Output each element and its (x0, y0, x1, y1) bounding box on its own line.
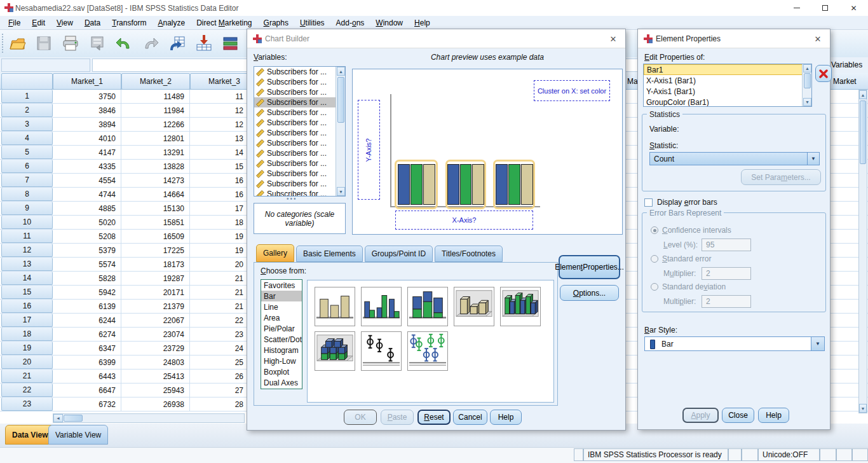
cell[interactable]: 6244 (53, 314, 121, 327)
menu-view[interactable]: View (51, 17, 79, 29)
cell[interactable]: 4885 (53, 202, 121, 215)
row-header[interactable]: 21 (1, 370, 53, 383)
cell[interactable]: 5574 (53, 258, 121, 271)
cell[interactable]: 16509 (121, 230, 190, 243)
variables-scroll-thumb[interactable] (337, 77, 344, 123)
print-icon[interactable] (60, 32, 81, 55)
cell[interactable]: 12266 (121, 118, 190, 131)
cell[interactable]: 6399 (53, 356, 121, 369)
chart-type-scatter-dot[interactable]: Scatter/Dot (261, 334, 302, 345)
row-header[interactable]: 2 (1, 104, 53, 117)
cell[interactable]: 6647 (53, 384, 121, 397)
scroll-down-icon[interactable]: ▼ (803, 98, 811, 106)
cell[interactable]: 21379 (121, 300, 190, 313)
cell[interactable]: 26938 (121, 397, 190, 411)
cell[interactable]: 17225 (121, 244, 190, 257)
variable-item[interactable]: Subscribers for ... (254, 158, 345, 169)
splitter-handle[interactable]: ••• (287, 195, 297, 202)
cell[interactable]: 6347 (53, 342, 121, 355)
scroll-up-icon[interactable]: ▲ (859, 90, 867, 99)
stacked-bar-icon[interactable] (407, 287, 448, 326)
variable-item[interactable]: Subscribers for ... (254, 148, 345, 158)
cell[interactable]: 5942 (53, 286, 121, 299)
close-button[interactable]: Close (722, 408, 754, 423)
cluster-drop-zone[interactable]: Cluster on X: set color (534, 80, 610, 101)
cell[interactable]: 20171 (121, 286, 190, 299)
variable-item[interactable]: Subscribers for ... (254, 128, 345, 138)
stacked-3d-bar-icon[interactable] (315, 331, 355, 371)
minimize-icon[interactable] (782, 0, 811, 16)
ep-item-y-axis1-bar1[interactable]: Y-Axis1 (Bar1) (644, 86, 811, 97)
menu-data[interactable]: Data (79, 17, 106, 29)
chart-type-high-low[interactable]: High-Low (261, 356, 302, 366)
close-icon[interactable]: ✕ (607, 33, 619, 45)
row-header[interactable]: 5 (1, 146, 53, 159)
help-button[interactable]: Help (490, 410, 522, 425)
open-file-icon[interactable] (6, 32, 28, 55)
cell[interactable]: 5828 (53, 272, 121, 285)
scroll-down-icon[interactable]: ▼ (337, 187, 345, 196)
menu-graphs[interactable]: Graphs (258, 17, 294, 29)
row-header[interactable]: 19 (1, 342, 53, 355)
row-header[interactable]: 22 (1, 384, 53, 397)
ep-item-bar1[interactable]: Bar1 (644, 64, 811, 75)
x-axis-drop-zone[interactable]: X-Axis? (395, 211, 533, 230)
row-header[interactable]: 1 (1, 90, 53, 103)
menu-edit[interactable]: Edit (26, 17, 51, 29)
row-header[interactable]: 15 (1, 286, 53, 299)
cell[interactable]: 23074 (121, 328, 190, 341)
bar-style-dropdown[interactable]: Bar ▼ (644, 336, 825, 351)
variable-item[interactable]: Subscribers for ... (254, 189, 345, 197)
chart-type-bar[interactable]: Bar (261, 291, 302, 301)
chart-type-area[interactable]: Area (261, 312, 302, 323)
row-header[interactable]: 17 (1, 314, 53, 327)
element-properties-button[interactable]: Element Properties... (559, 255, 620, 279)
cell[interactable]: 4147 (53, 146, 121, 159)
cell[interactable]: 23729 (121, 342, 190, 355)
tab-groups-point-id[interactable]: Groups/Point ID (365, 245, 433, 262)
cell[interactable]: 13828 (121, 160, 190, 173)
cell[interactable]: 3894 (53, 118, 121, 131)
cell[interactable]: 13291 (121, 146, 190, 159)
variable-item[interactable]: Subscribers for ... (254, 179, 345, 189)
tab-data-view[interactable]: Data View (5, 425, 55, 445)
cell[interactable]: 5379 (53, 244, 121, 257)
chart-type-favorites[interactable]: Favorites (261, 280, 302, 291)
row-header[interactable]: 16 (1, 300, 53, 313)
remove-element-button[interactable] (815, 65, 832, 82)
cell[interactable]: 6443 (53, 370, 121, 383)
cell[interactable]: 6139 (53, 300, 121, 313)
variable-item[interactable]: Subscribers for ... (254, 169, 345, 179)
close-icon[interactable]: ✕ (839, 0, 868, 16)
menu-add-ons[interactable]: Add-ons (330, 17, 370, 29)
menu-transform[interactable]: Transform (106, 17, 152, 29)
row-header[interactable]: 13 (1, 258, 53, 271)
simple-error-bar-icon[interactable] (361, 331, 402, 371)
chart-type-pie-polar[interactable]: Pie/Polar (261, 323, 302, 334)
maximize-icon[interactable] (811, 0, 839, 16)
cell[interactable]: 18173 (121, 258, 190, 271)
cell[interactable]: 6732 (53, 397, 121, 411)
redo-icon[interactable] (140, 32, 161, 55)
variable-item[interactable]: Subscribers for ... (254, 67, 345, 77)
simple-bar-icon[interactable] (315, 287, 355, 326)
corner-cell[interactable] (1, 73, 53, 90)
cell[interactable]: 3750 (53, 90, 121, 103)
row-header[interactable]: 3 (1, 118, 53, 131)
simple-3d-bar-icon[interactable] (454, 287, 494, 326)
menu-utilities[interactable]: Utilities (294, 17, 330, 29)
cell[interactable]: 25413 (121, 370, 190, 383)
column-header-market-2[interactable]: Market_2 (121, 73, 190, 90)
undo-icon[interactable] (113, 32, 135, 55)
row-header[interactable]: 12 (1, 244, 53, 257)
variable-item[interactable]: Subscribers for ... (254, 107, 345, 118)
chart-type-dual-axes[interactable]: Dual Axes (261, 377, 302, 388)
row-header[interactable]: 10 (1, 216, 53, 229)
save-icon[interactable] (33, 32, 55, 55)
row-header[interactable]: 6 (1, 160, 53, 173)
chart-type-line[interactable]: Line (261, 301, 302, 312)
statistic-dropdown[interactable]: Count ▼ (649, 152, 820, 165)
cell[interactable]: 3846 (53, 104, 121, 117)
chart-type-boxplot[interactable]: Boxplot (261, 366, 302, 377)
cell[interactable]: 19287 (121, 272, 190, 285)
